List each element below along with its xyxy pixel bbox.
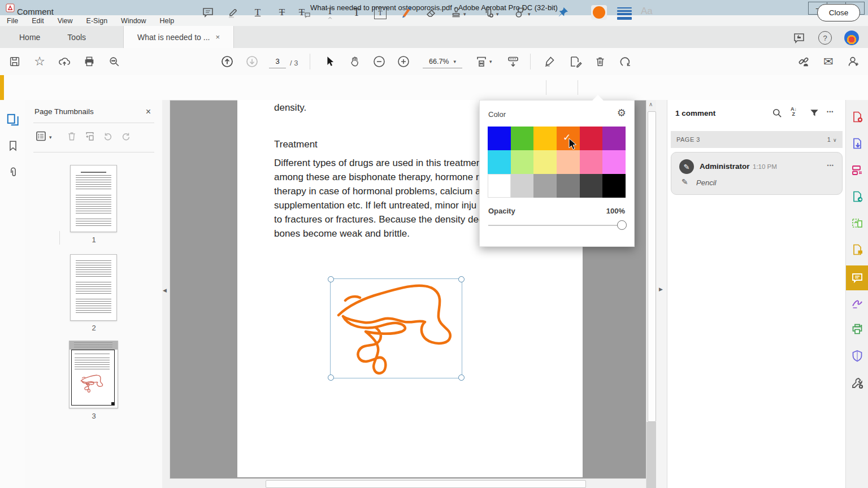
redo-icon[interactable] (618, 55, 632, 68)
collapse-right-panel[interactable]: ▶ (656, 100, 667, 488)
color-swatch[interactable] (602, 150, 626, 174)
color-swatch[interactable] (533, 150, 557, 174)
page-thumbnail-1[interactable] (70, 165, 117, 232)
ink-annotation-selection[interactable] (330, 278, 462, 378)
chevron-down-icon[interactable]: ▾ (489, 59, 492, 64)
menu-window[interactable]: Window (114, 17, 153, 25)
create-pdf-icon[interactable] (850, 110, 864, 124)
rotate-ccw-icon[interactable] (102, 130, 114, 142)
replace-text-icon[interactable]: T (298, 6, 311, 19)
color-swatch[interactable] (511, 127, 534, 150)
page-thumbnail-3[interactable] (69, 341, 118, 408)
draw-tool-icon[interactable] (400, 6, 413, 19)
protect-icon[interactable] (850, 349, 864, 363)
tab-home[interactable]: Home (6, 26, 54, 48)
print-production-icon[interactable] (850, 323, 864, 336)
color-swatch[interactable] (557, 150, 580, 174)
menu-file[interactable]: File (0, 17, 25, 25)
font-options-button[interactable]: Aa (641, 6, 653, 17)
thumbnail-options-icon[interactable] (34, 129, 48, 143)
fill-sign-icon[interactable] (850, 296, 864, 310)
page-number-input[interactable]: 3 (269, 55, 286, 68)
menu-edit[interactable]: Edit (25, 17, 51, 25)
highlight-icon[interactable] (226, 6, 240, 19)
color-swatch[interactable] (511, 150, 534, 174)
eraser-icon[interactable] (424, 6, 438, 19)
color-swatch[interactable] (533, 174, 557, 198)
chevron-down-icon[interactable]: ▾ (528, 11, 531, 17)
search-icon[interactable] (107, 55, 121, 68)
scrollbar-thumb[interactable] (266, 480, 586, 488)
email-icon[interactable]: ✉ (822, 55, 835, 68)
resize-handle[interactable] (328, 276, 334, 282)
color-swatch[interactable] (488, 150, 511, 174)
tab-tools[interactable]: Tools (54, 26, 99, 48)
attachments-icon[interactable] (7, 166, 19, 178)
close-panel-icon[interactable]: × (146, 107, 151, 117)
text-box-icon[interactable]: T (374, 7, 387, 19)
bookmarks-icon[interactable] (7, 140, 19, 152)
color-picker-button[interactable] (593, 6, 605, 19)
tab-document[interactable]: What is needed to ... × (123, 26, 234, 48)
save-icon[interactable] (8, 55, 21, 68)
page-fit-icon[interactable] (475, 55, 488, 68)
comment-card[interactable]: ✎ Administrator 1:10 PM ••• ✎ Pencil (671, 152, 843, 195)
color-swatch[interactable] (580, 127, 603, 150)
rotate-cw-icon[interactable] (120, 130, 132, 142)
scrollbar-thumb[interactable] (648, 111, 656, 422)
chevron-down-icon[interactable]: ▾ (463, 11, 466, 17)
crop-pages-icon[interactable] (84, 130, 96, 142)
delete-icon[interactable] (593, 55, 607, 68)
keep-tool-pin-icon[interactable] (556, 6, 570, 19)
search-comments-icon[interactable] (771, 107, 783, 119)
color-swatch[interactable] (602, 127, 626, 150)
strikethrough-text-icon[interactable]: T (275, 6, 289, 19)
resize-handle[interactable] (458, 276, 465, 282)
color-swatch[interactable] (580, 150, 603, 174)
page-thumbnails-icon[interactable] (6, 112, 20, 127)
underline-text-icon[interactable]: T (251, 6, 264, 19)
hand-tool-icon[interactable] (348, 55, 362, 68)
scroll-up-icon[interactable]: ∧ (649, 101, 653, 107)
color-swatch[interactable] (488, 174, 511, 198)
opacity-slider-handle[interactable] (617, 220, 627, 230)
sign-tool-icon[interactable] (542, 55, 556, 68)
color-swatch[interactable] (488, 127, 511, 150)
insert-text-icon[interactable]: T (323, 6, 337, 19)
zoom-level-select[interactable]: 66.7%▾ (423, 55, 462, 68)
color-swatch[interactable] (511, 174, 534, 198)
opacity-slider[interactable] (488, 225, 626, 226)
help-icon[interactable]: ? (818, 31, 832, 45)
feedback-icon[interactable] (792, 31, 806, 45)
color-swatch[interactable] (580, 174, 603, 198)
edit-page-icon[interactable] (568, 55, 582, 68)
next-page-icon[interactable] (245, 55, 259, 68)
color-swatch[interactable] (557, 174, 580, 198)
gear-icon[interactable]: ⚙ (617, 107, 626, 119)
close-comment-button[interactable]: Close (817, 4, 860, 21)
measure-tool-icon[interactable] (506, 55, 520, 68)
menu-view[interactable]: View (51, 17, 80, 25)
add-user-icon[interactable] (847, 55, 860, 68)
page-group-header[interactable]: PAGE 3 1 ∨ (671, 131, 843, 148)
page-thumbnail-2[interactable] (70, 254, 117, 321)
comment-tool-active[interactable] (846, 265, 868, 290)
chevron-down-icon[interactable]: ▾ (496, 11, 499, 17)
sort-comments-icon[interactable]: A↓ Z (791, 107, 797, 116)
attach-file-icon[interactable] (481, 6, 495, 19)
filter-comments-icon[interactable] (809, 107, 820, 119)
avatar[interactable] (844, 30, 859, 45)
color-swatch[interactable] (533, 127, 557, 150)
resize-handle[interactable] (458, 374, 465, 381)
horizontal-scrollbar[interactable] (170, 478, 646, 488)
more-tools-icon[interactable] (850, 376, 864, 390)
export-pdf-icon[interactable] (850, 137, 864, 150)
shapes-icon[interactable] (513, 6, 527, 19)
collapse-left-panel[interactable]: ◀ (162, 100, 170, 488)
color-swatch[interactable] (602, 174, 626, 198)
zoom-in-icon[interactable] (397, 55, 410, 68)
comment-options-icon[interactable]: ••• (827, 109, 834, 115)
previous-page-icon[interactable] (220, 55, 234, 68)
select-tool-icon[interactable] (323, 55, 337, 68)
menu-help[interactable]: Help (153, 17, 181, 25)
